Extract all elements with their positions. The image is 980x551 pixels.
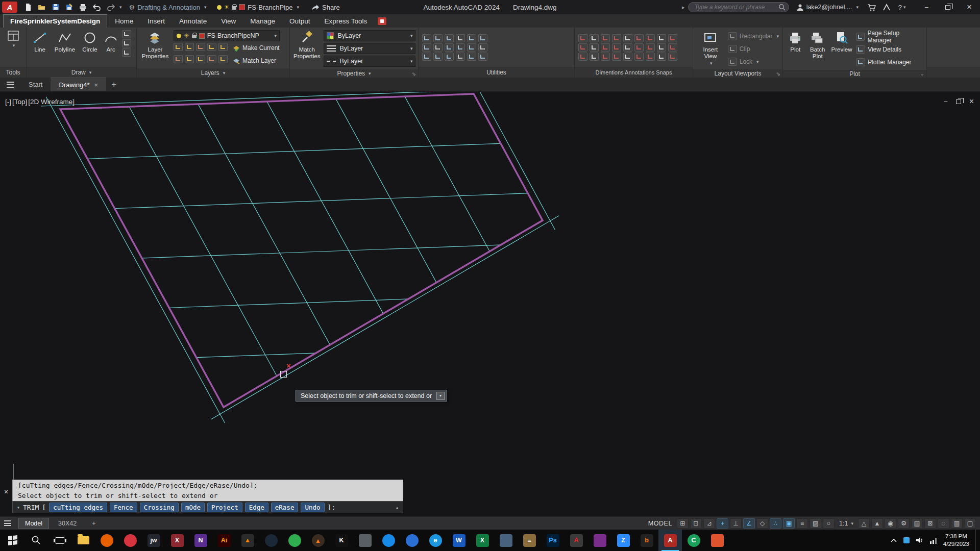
panel-expand-icon[interactable]: ⌄: [920, 71, 924, 77]
close-icon[interactable]: ×: [94, 81, 98, 89]
featured-apps-icon[interactable]: [378, 14, 386, 28]
tab-home[interactable]: Home: [108, 14, 140, 28]
utility-tool-icon[interactable]: [467, 43, 476, 52]
circle-button[interactable]: Circle: [80, 30, 100, 53]
command-customize-icon[interactable]: ▾: [17, 505, 20, 510]
plot-button[interactable]: [77, 2, 89, 13]
close-button[interactable]: ×: [959, 0, 980, 14]
utility-tool-icon[interactable]: [456, 34, 465, 42]
viewport-menu-control[interactable]: [-]: [5, 98, 11, 106]
model-space-badge[interactable]: MODEL: [648, 520, 672, 527]
tray-app-icon[interactable]: [903, 537, 910, 543]
purple-n-app-icon[interactable]: N: [189, 530, 212, 551]
layer-on-icon[interactable]: [177, 34, 181, 38]
media-player-icon[interactable]: jw: [142, 530, 165, 551]
word-icon[interactable]: W: [447, 530, 471, 551]
object-color-dropdown[interactable]: ByLayer ▾: [324, 30, 415, 41]
command-option-fence[interactable]: Fence: [110, 503, 137, 512]
dimension-tool-icon[interactable]: [578, 34, 587, 42]
tooltip-more-icon[interactable]: ▾: [436, 392, 445, 400]
layers-panel-label[interactable]: Layers▾: [137, 68, 289, 78]
graphics-performance-toggle[interactable]: ▥: [951, 518, 963, 529]
dimension-tool-icon[interactable]: [668, 34, 677, 42]
excel-icon[interactable]: X: [471, 530, 494, 551]
linetype-dropdown[interactable]: ByLayer ▾: [324, 56, 415, 67]
dimension-tool-icon[interactable]: [601, 34, 610, 42]
command-option-erase[interactable]: eRase: [271, 503, 299, 512]
layer-tool-icon[interactable]: [207, 55, 216, 63]
opera-icon[interactable]: [118, 530, 142, 551]
green-app-icon[interactable]: [283, 530, 306, 551]
batch-plot-button[interactable]: Batch Plot: [808, 30, 827, 60]
line-button[interactable]: Line: [30, 30, 50, 53]
dimension-tool-icon[interactable]: [612, 34, 621, 42]
command-input-line[interactable]: ▾ TRIM [ cuTting edgesFenceCrossingmOdeP…: [12, 501, 403, 513]
layer-thaw-icon[interactable]: ☀: [184, 32, 189, 39]
utility-tool-icon[interactable]: [433, 34, 443, 42]
dialog-launcher-icon[interactable]: ⇘: [776, 71, 780, 77]
dimension-tool-icon[interactable]: [578, 43, 587, 52]
help-menu[interactable]: ?▾: [895, 2, 909, 13]
layout-menu-icon[interactable]: [4, 520, 11, 526]
save-button[interactable]: [49, 2, 62, 13]
make-current-button[interactable]: Make Current: [233, 43, 280, 53]
torch-app-icon[interactable]: ▴: [306, 530, 330, 551]
zoom-icon[interactable]: Z: [611, 530, 635, 551]
workspace-dropdown[interactable]: ⚙ Drafting & Annotation ▾: [129, 4, 207, 11]
illustrator-icon[interactable]: Ai: [212, 530, 236, 551]
draw-tool-icon[interactable]: [122, 48, 131, 57]
tab-annotate[interactable]: Annotate: [173, 14, 213, 28]
plot-button-large[interactable]: Plot: [787, 30, 804, 53]
annotation-monitor-toggle[interactable]: ◉: [885, 518, 896, 529]
clip-viewport-button[interactable]: Clip: [728, 44, 779, 54]
utility-tool-icon[interactable]: [433, 53, 443, 61]
command-history-toggle-icon[interactable]: ▴: [396, 505, 399, 510]
layer-tool-icon[interactable]: [196, 55, 205, 63]
minimize-button[interactable]: −: [916, 0, 937, 14]
arc-button[interactable]: Arc: [103, 30, 118, 53]
dimension-tool-icon[interactable]: [612, 43, 621, 52]
tab-start[interactable]: Start: [20, 78, 51, 91]
autodesk-logo-icon[interactable]: [880, 2, 893, 13]
draw-tool-icon[interactable]: [122, 30, 131, 38]
isolate-objects-toggle[interactable]: ◌: [938, 518, 949, 529]
command-option-cutting-edges[interactable]: cuTting edges: [49, 503, 107, 512]
tab-firesprinklersystemdesign[interactable]: FireSprinklerSystemDesign: [3, 14, 107, 28]
tray-expand-icon[interactable]: [890, 538, 897, 543]
match-layer-button[interactable]: Match Layer: [233, 56, 280, 66]
utility-tool-icon[interactable]: [445, 53, 454, 61]
layer-lock-icon[interactable]: [232, 6, 236, 10]
layer-tool-icon[interactable]: [185, 55, 194, 63]
command-window[interactable]: [cuTting edges/Fence/Crossing/mOde/Proje…: [12, 480, 403, 513]
command-window-close-icon[interactable]: ×: [4, 488, 8, 496]
viewport-view-control[interactable]: [Top]: [12, 98, 27, 106]
dimension-tool-icon[interactable]: [668, 53, 677, 61]
infer-constraints-toggle[interactable]: ⊿: [703, 518, 715, 529]
file-tab-menu-icon[interactable]: [0, 78, 20, 91]
utility-tool-icon[interactable]: [433, 43, 443, 52]
quick-properties-toggle[interactable]: ▤: [911, 518, 923, 529]
tab-manage[interactable]: Manage: [243, 14, 282, 28]
annotation-scale-control[interactable]: 1:1 ▾: [836, 520, 856, 527]
app-menu-button[interactable]: A: [2, 2, 17, 13]
quick-layer-control[interactable]: ☀ FS-BranchPipe ▾: [217, 4, 299, 11]
utility-tool-icon[interactable]: [478, 34, 487, 42]
layer-thaw-icon[interactable]: ☀: [224, 4, 230, 11]
blender-icon[interactable]: b: [635, 530, 658, 551]
utility-tool-icon[interactable]: [467, 53, 476, 61]
layer-tool-icon[interactable]: [174, 43, 183, 51]
workspace-switching-toggle[interactable]: ⚙: [898, 518, 910, 529]
layer-tool-icon[interactable]: [196, 43, 205, 51]
redo-button[interactable]: [104, 2, 117, 13]
layer-tool-icon[interactable]: [218, 43, 228, 51]
draw-tool-icon[interactable]: [122, 39, 131, 47]
layer-tool-icon[interactable]: [174, 55, 183, 63]
tab-output[interactable]: Output: [283, 14, 317, 28]
polar-tracking-toggle[interactable]: ∠: [743, 518, 755, 529]
model-tab[interactable]: Model: [18, 518, 49, 529]
dimension-tool-icon[interactable]: [646, 53, 655, 61]
steam-icon[interactable]: [259, 530, 283, 551]
annotation-autoscale-toggle[interactable]: ▲: [871, 518, 883, 529]
globe-app-icon[interactable]: [400, 530, 424, 551]
dimension-tool-icon[interactable]: [623, 34, 632, 42]
